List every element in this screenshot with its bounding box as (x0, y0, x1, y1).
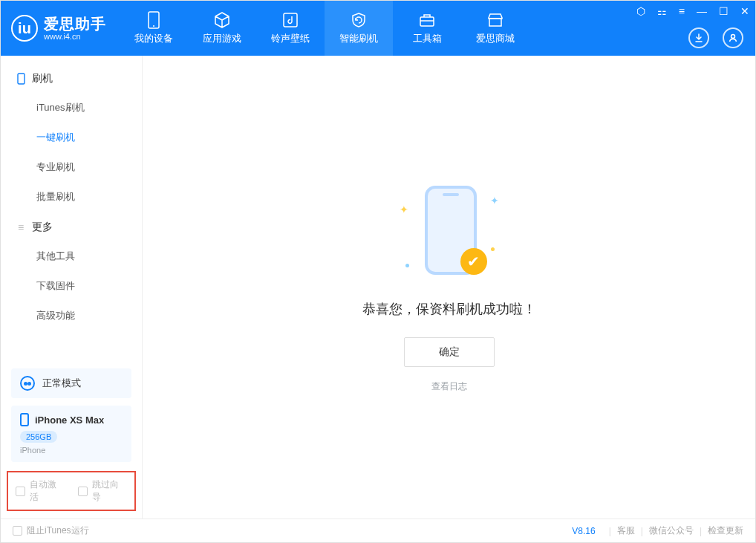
logo-area: iu 爱思助手 www.i4.cn (1, 15, 120, 42)
separator: | (609, 526, 611, 536)
device-name-row: iPhone XS Max (20, 413, 123, 426)
cube-icon (213, 11, 231, 29)
sidebar-item-pro-flash[interactable]: 专业刷机 (1, 152, 142, 182)
tab-label: 应用游戏 (203, 32, 241, 45)
music-icon (281, 11, 299, 29)
dot-icon (405, 264, 409, 267)
success-message: 恭喜您，保资料刷机成功啦！ (362, 300, 536, 318)
main-tabs: 我的设备 应用游戏 铃声壁纸 智能刷机 工具箱 爱思商城 (120, 1, 529, 56)
app-title: 爱思助手 (44, 16, 106, 32)
menu-icon[interactable]: ≡ (679, 5, 685, 17)
checkbox-label: 阻止iTunes运行 (27, 524, 89, 537)
tab-label: 铃声壁纸 (271, 32, 310, 45)
mode-icon (20, 376, 35, 391)
footer-link-wechat[interactable]: 微信公众号 (649, 524, 694, 537)
logo-icon: iu (11, 15, 38, 42)
svg-rect-3 (420, 17, 434, 26)
svg-rect-2 (284, 13, 297, 27)
checkbox-label: 跳过向导 (92, 478, 127, 504)
close-button[interactable]: ✕ (740, 5, 749, 17)
mode-card[interactable]: 正常模式 (11, 368, 131, 398)
body: 刷机 iTunes刷机 一键刷机 专业刷机 批量刷机 ≡ 更多 其他工具 下载固… (1, 56, 755, 518)
success-panel: ✔ ✦ ✦ 恭喜您，保资料刷机成功啦！ 确定 查看日志 (362, 181, 536, 393)
svg-rect-4 (489, 19, 501, 26)
checkbox-skip-guide[interactable]: 跳过向导 (78, 478, 127, 504)
checkbox-icon (16, 487, 25, 496)
sidebar-item-batch-flash[interactable]: 批量刷机 (1, 182, 142, 212)
separator: | (641, 526, 643, 536)
footer-left: 阻止iTunes运行 (13, 524, 564, 537)
mode-label: 正常模式 (42, 377, 81, 390)
store-icon (486, 11, 504, 29)
app-header: iu 爱思助手 www.i4.cn 我的设备 应用游戏 铃声壁纸 智能刷机 工具… (1, 1, 755, 56)
sidebar-item-oneclick-flash[interactable]: 一键刷机 (1, 123, 142, 152)
device-name: iPhone XS Max (35, 414, 104, 426)
checkbox-auto-activate[interactable]: 自动激活 (16, 478, 65, 504)
tab-apps-games[interactable]: 应用游戏 (188, 1, 256, 56)
tab-store[interactable]: 爱思商城 (461, 1, 529, 56)
device-icon (145, 11, 163, 29)
device-type: iPhone (20, 446, 123, 455)
tab-label: 我的设备 (134, 32, 173, 45)
checkbox-label: 自动激活 (30, 478, 65, 504)
separator: | (700, 526, 702, 536)
toolbox-icon (418, 11, 436, 29)
sidebar: 刷机 iTunes刷机 一键刷机 专业刷机 批量刷机 ≡ 更多 其他工具 下载固… (1, 56, 143, 518)
tab-my-device[interactable]: 我的设备 (120, 1, 188, 56)
minimize-button[interactable]: ― (697, 5, 707, 17)
download-button[interactable] (688, 27, 709, 48)
logo-text: 爱思助手 www.i4.cn (44, 16, 106, 41)
view-log-link[interactable]: 查看日志 (431, 380, 467, 393)
checkbox-icon (78, 487, 88, 496)
phone-small-icon (16, 74, 26, 84)
sidebar-item-advanced[interactable]: 高级功能 (1, 301, 142, 331)
window-controls: ⬡ ⚏ ≡ ― ☐ ✕ (636, 5, 749, 17)
main-panel: ✔ ✦ ✦ 恭喜您，保资料刷机成功啦！ 确定 查看日志 (143, 56, 755, 518)
tab-label: 爱思商城 (476, 32, 515, 45)
tab-smart-flash[interactable]: 智能刷机 (325, 1, 393, 56)
footer-right: V8.16 | 客服 | 微信公众号 | 检查更新 (572, 524, 743, 537)
maximize-button[interactable]: ☐ (719, 5, 729, 17)
sidebar-group-flash: 刷机 (1, 63, 142, 93)
sparkle-icon: ✦ (490, 195, 499, 207)
device-panel: 正常模式 iPhone XS Max 256GB iPhone (1, 361, 142, 466)
group-title: 更多 (32, 221, 53, 234)
checkbox-block-itunes[interactable]: 阻止iTunes运行 (13, 524, 89, 537)
dot-icon (491, 247, 495, 251)
checkbox-icon (13, 526, 22, 536)
success-illustration: ✔ ✦ ✦ (394, 181, 505, 285)
device-card[interactable]: iPhone XS Max 256GB iPhone (11, 406, 131, 462)
options-row-highlighted: 自动激活 跳过向导 (7, 471, 136, 511)
storage-badge: 256GB (20, 431, 57, 443)
footer-link-update[interactable]: 检查更新 (708, 524, 743, 537)
sidebar-item-itunes-flash[interactable]: iTunes刷机 (1, 93, 142, 123)
group-title: 刷机 (32, 72, 53, 85)
sparkle-icon: ✦ (400, 204, 408, 215)
footer-link-support[interactable]: 客服 (617, 524, 635, 537)
settings-icon[interactable]: ⚏ (657, 5, 667, 17)
tab-label: 智能刷机 (339, 32, 378, 45)
footer: 阻止iTunes运行 V8.16 | 客服 | 微信公众号 | 检查更新 (1, 518, 755, 542)
check-badge-icon: ✔ (460, 248, 487, 275)
sidebar-scroll: 刷机 iTunes刷机 一键刷机 专业刷机 批量刷机 ≡ 更多 其他工具 下载固… (1, 56, 142, 361)
ok-button[interactable]: 确定 (404, 337, 495, 367)
version-label: V8.16 (572, 526, 595, 536)
tab-ringtones-wallpapers[interactable]: 铃声壁纸 (256, 1, 325, 56)
sidebar-item-other-tools[interactable]: 其他工具 (1, 241, 142, 271)
phone-icon (20, 413, 29, 426)
tab-toolbox[interactable]: 工具箱 (393, 1, 461, 56)
svg-point-5 (731, 35, 735, 39)
user-button[interactable] (723, 27, 743, 48)
sidebar-item-download-firmware[interactable]: 下载固件 (1, 271, 142, 301)
svg-rect-6 (18, 74, 25, 84)
header-actions (688, 27, 743, 48)
app-subtitle: www.i4.cn (44, 32, 106, 41)
refresh-shield-icon (350, 11, 368, 29)
tab-label: 工具箱 (413, 32, 442, 45)
svg-point-1 (153, 25, 154, 27)
sidebar-group-more: ≡ 更多 (1, 212, 142, 241)
theme-icon[interactable]: ⬡ (636, 5, 645, 17)
list-icon: ≡ (16, 222, 26, 233)
